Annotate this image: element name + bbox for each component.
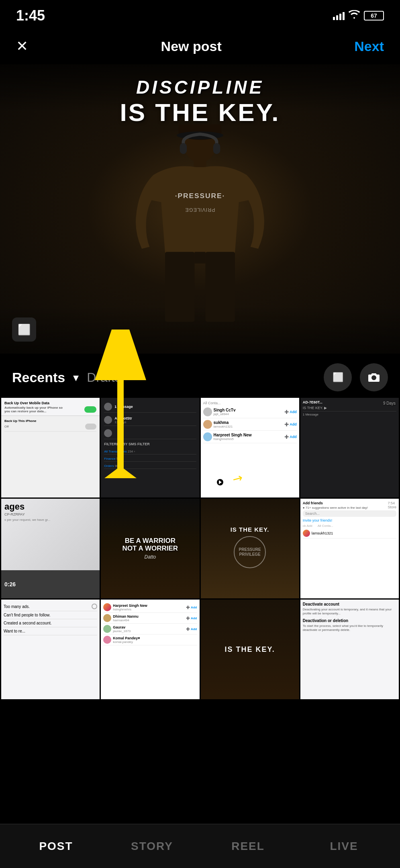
- close-button[interactable]: ✕: [16, 38, 28, 55]
- warrior-text: BE A WARRIORNOT A WORRIER: [122, 537, 178, 552]
- warrior-thumb-content: BE A WARRIORNOT A WORRIER Datto: [101, 499, 199, 598]
- tab-live[interactable]: LIVE: [296, 824, 392, 868]
- expand-button[interactable]: ⬜: [12, 317, 36, 342]
- thumbnail-10[interactable]: Harpreet Singh New hsinghmehrs ➕ Add Dhi…: [101, 600, 199, 699]
- image-preview: DISCIPLINE IS THE KEY. ·PRESSURE· PRIVIL…: [0, 64, 400, 354]
- tab-story[interactable]: STORY: [104, 824, 200, 868]
- battery-icon: 67: [364, 11, 384, 20]
- thumbnail-6[interactable]: BE A WARRIORNOT A WORRIER Datto: [101, 499, 199, 598]
- status-bar: 1:45 67: [0, 0, 400, 28]
- recents-title[interactable]: Recents: [12, 370, 65, 385]
- tab-story-label: STORY: [131, 840, 173, 853]
- thumb-10-content: Harpreet Singh New hsinghmehrs ➕ Add Dhi…: [101, 600, 199, 699]
- thumb-12-content: Deactivate account Deactivating your acc…: [300, 600, 399, 699]
- recents-left: Recents ▾ Drafts: [12, 370, 121, 385]
- tab-live-label: LIVE: [330, 840, 358, 853]
- bottom-tab-bar: POST STORY REEL LIVE: [0, 824, 400, 868]
- camera-icon: [368, 372, 380, 383]
- timestamp-badge: 9 Days: [383, 401, 396, 405]
- thumbnail-12[interactable]: Deactivate account Deactivating your acc…: [300, 600, 399, 699]
- thumbnail-2[interactable]: 1 Message AD-HotStr 13 Days FILTE: [101, 398, 199, 497]
- camera-button[interactable]: [360, 363, 388, 391]
- pressure-thumb-content: IS THE KEY. PRESSUREPRIVILEGE: [201, 499, 299, 598]
- image-text-overlay: DISCIPLINE IS THE KEY.: [120, 76, 280, 127]
- status-icons: 67: [333, 10, 384, 21]
- multiple-select-icon: ⬜: [333, 372, 343, 383]
- multiple-select-button[interactable]: ⬜: [324, 363, 352, 391]
- svg-rect-9: [165, 252, 194, 322]
- warrior-sub: Datto: [145, 554, 156, 560]
- recents-right: ⬜: [324, 363, 388, 391]
- thumbnail-9[interactable]: Too many ads. Can't find people to follo…: [1, 600, 100, 699]
- thumbnail-3[interactable]: All Conta... Singh CcTv jajit_s8944 ➕ Ad…: [201, 398, 299, 497]
- thumb-8-content: Add friends ● 71+ suggestions were activ…: [300, 499, 399, 598]
- recents-bar: Recents ▾ Drafts ⬜: [0, 354, 400, 398]
- signal-icon: [333, 11, 345, 20]
- tab-reel-label: REEL: [231, 840, 265, 853]
- thumb-1-header: Back Up Over Mobile Data Automatically b…: [1, 398, 100, 416]
- thumbnail-5[interactable]: ages CP-RZRPAY s per your request, we ha…: [1, 499, 100, 598]
- thumb-9-content: Too many ads. Can't find people to follo…: [1, 600, 100, 699]
- svg-text:PRIVILEGE: PRIVILEGE: [185, 207, 215, 213]
- status-time: 1:45: [16, 7, 45, 24]
- page-title: New post: [161, 39, 222, 54]
- person-silhouette: ·PRESSURE· PRIVILEGE: [112, 121, 288, 354]
- thumbnail-8[interactable]: Add friends ● 71+ suggestions were activ…: [300, 499, 399, 598]
- thumb-4-content: AD-7E60T... IS THE KEY. ▶ 1 Message: [300, 398, 399, 497]
- svg-rect-5: [213, 143, 220, 154]
- drafts-tab[interactable]: Drafts: [87, 370, 121, 385]
- tab-post-label: POST: [39, 840, 73, 853]
- thumb-2-content: 1 Message AD-HotStr 13 Days FILTE: [101, 398, 199, 497]
- wifi-icon: [349, 10, 360, 21]
- thumbnail-7[interactable]: IS THE KEY. PRESSUREPRIVILEGE: [201, 499, 299, 598]
- thumbnail-1[interactable]: Back Up Over Mobile Data Automatically b…: [1, 398, 100, 497]
- tab-post[interactable]: POST: [8, 824, 104, 868]
- tab-reel[interactable]: REEL: [200, 824, 296, 868]
- thumbnail-11[interactable]: IS THE KEY.: [201, 600, 299, 699]
- thumbnails-grid: Back Up Over Mobile Data Automatically b…: [0, 398, 400, 699]
- thumb-11-content: IS THE KEY.: [201, 600, 299, 699]
- svg-rect-4: [180, 143, 187, 154]
- expand-icon: ⬜: [18, 323, 31, 336]
- header: ✕ New post Next: [0, 28, 400, 64]
- toggle-switch[interactable]: [84, 406, 96, 413]
- svg-text:·PRESSURE·: ·PRESSURE·: [175, 192, 225, 200]
- image-discipline-text: DISCIPLINE: [120, 76, 280, 98]
- thumbnail-4[interactable]: AD-7E60T... IS THE KEY. ▶ 1 Message 9 Da…: [300, 398, 399, 497]
- svg-rect-11: [194, 252, 205, 264]
- thumb-3-content: All Conta... Singh CcTv jajit_s8944 ➕ Ad…: [201, 398, 299, 497]
- svg-rect-10: [206, 252, 235, 322]
- thumb-1-body: Back Up This iPhone Off: [1, 416, 100, 497]
- chevron-down-icon[interactable]: ▾: [73, 371, 79, 384]
- thumb-1-content: Back Up Over Mobile Data Automatically b…: [1, 398, 100, 497]
- next-button[interactable]: Next: [354, 39, 384, 54]
